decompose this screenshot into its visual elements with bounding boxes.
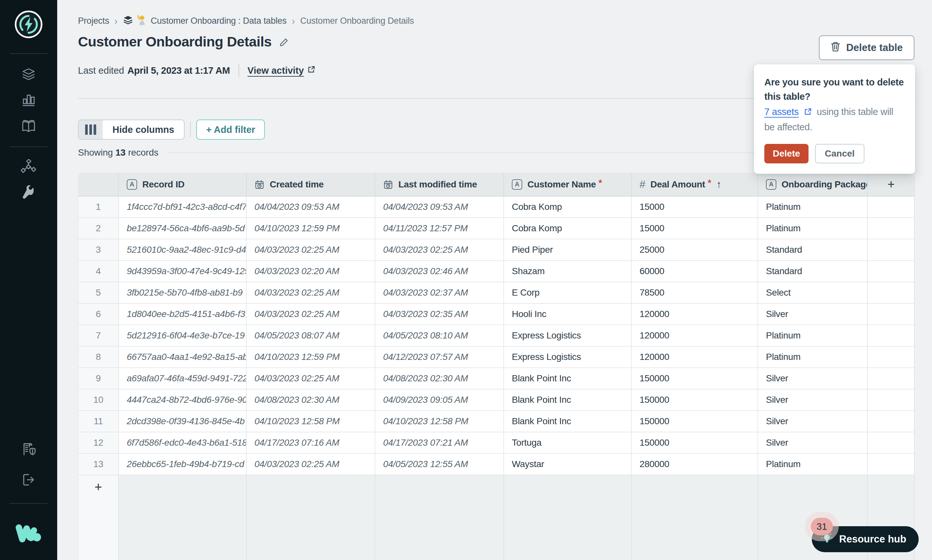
cell-modified[interactable]: 04/09/2023 09:05 AM	[375, 389, 504, 410]
sidebar-item-analytics[interactable]	[15, 91, 42, 111]
cell-amount[interactable]: 15000	[632, 218, 758, 239]
add-column-button[interactable]: +	[868, 173, 915, 196]
cell-customer[interactable]: Express Logistics	[504, 346, 632, 368]
cell-customer[interactable]: Pied Piper	[504, 239, 632, 260]
column-header-modified[interactable]: Last modified time	[375, 173, 504, 196]
cell-customer[interactable]: Shazam	[504, 261, 632, 282]
cell-customer[interactable]: Blank Point Inc	[504, 411, 632, 432]
cell-record_id[interactable]: a69afa07-46fa-459d-9491-722	[119, 368, 246, 389]
cell-amount[interactable]: 150000	[632, 411, 758, 432]
column-header-created[interactable]: Created time	[246, 173, 375, 196]
cell-modified[interactable]: 04/03/2023 02:37 AM	[375, 282, 504, 303]
assets-link[interactable]: 7 assets	[764, 106, 799, 117]
confirm-delete-button[interactable]: Delete	[764, 144, 809, 163]
sidebar-item-organization[interactable]	[15, 440, 42, 459]
cell-modified[interactable]: 04/17/2023 07:21 AM	[375, 432, 504, 453]
cell-record_id[interactable]: 66757aa0-4aa1-4e92-8a15-ab	[119, 346, 246, 368]
cell-created[interactable]: 04/10/2023 12:59 PM	[246, 218, 375, 239]
cell-amount[interactable]: 120000	[632, 304, 758, 325]
cell-amount[interactable]: 150000	[632, 389, 758, 410]
sidebar-item-settings-wrench[interactable]	[15, 183, 42, 202]
cell-record_id[interactable]: 5d212916-6f04-4e3e-b7ce-19	[119, 325, 246, 346]
column-header-record_id[interactable]: ARecord ID	[119, 173, 246, 196]
cell-record_id[interactable]: 1f4ccc7d-bf91-42c3-a8cd-c4f7	[119, 197, 246, 217]
cell-package[interactable]: Silver	[758, 304, 868, 325]
cell-record_id[interactable]: 3fb0215e-5b70-4fb8-ab81-b9	[119, 282, 246, 303]
delete-table-button[interactable]: Delete table	[819, 35, 915, 60]
breadcrumb-project[interactable]: Customer Onboarding : Data tables	[123, 14, 287, 28]
cell-record_id[interactable]: 1d8040ee-b2d5-4151-a4b6-f3	[119, 304, 246, 325]
sidebar-item-logout[interactable]	[15, 470, 42, 490]
cell-package[interactable]: Platinum	[758, 325, 868, 346]
cell-created[interactable]: 04/10/2023 12:58 PM	[246, 411, 375, 432]
cell-amount[interactable]: 25000	[632, 239, 758, 260]
cell-customer[interactable]: E Corp	[504, 282, 632, 303]
app-logo-lightning-icon[interactable]	[14, 10, 43, 40]
cell-created[interactable]: 04/03/2023 02:25 AM	[246, 368, 375, 389]
cell-customer[interactable]: Blank Point Inc	[504, 389, 632, 410]
cell-package[interactable]: Silver	[758, 389, 868, 410]
column-header-amount[interactable]: #Deal Amount*↑	[632, 173, 758, 196]
cell-package[interactable]: Platinum	[758, 197, 868, 217]
cell-record_id[interactable]: 4447ca24-8b72-4bd6-976e-90	[119, 389, 246, 410]
cell-package[interactable]: Platinum	[758, 218, 868, 239]
sidebar-item-data-tables[interactable]	[15, 65, 42, 85]
cell-created[interactable]: 04/03/2023 02:25 AM	[246, 454, 375, 475]
cell-amount[interactable]: 60000	[632, 261, 758, 282]
cell-customer[interactable]: Cobra Komp	[504, 218, 632, 239]
add-filter-button[interactable]: + Add filter	[196, 120, 265, 140]
cell-customer[interactable]: Blank Point Inc	[504, 368, 632, 389]
sort-ascending-icon[interactable]: ↑	[716, 178, 721, 190]
cell-customer[interactable]: Tortuga	[504, 432, 632, 453]
hide-columns-button[interactable]: Hide columns	[78, 120, 185, 140]
column-header-customer[interactable]: ACustomer Name*	[504, 173, 632, 196]
cell-customer[interactable]: Express Logistics	[504, 325, 632, 346]
cell-amount[interactable]: 150000	[632, 368, 758, 389]
add-row-button[interactable]: +	[78, 475, 119, 560]
cell-modified[interactable]: 04/08/2023 02:30 AM	[375, 368, 504, 389]
cell-package[interactable]: Silver	[758, 432, 868, 453]
cell-modified[interactable]: 04/03/2023 02:25 AM	[375, 239, 504, 260]
edit-title-button[interactable]	[279, 35, 288, 48]
cell-amount[interactable]: 120000	[632, 325, 758, 346]
cell-modified[interactable]: 04/11/2023 12:57 PM	[375, 218, 504, 239]
cancel-delete-button[interactable]: Cancel	[815, 144, 864, 163]
cell-package[interactable]: Platinum	[758, 454, 868, 475]
cell-amount[interactable]: 78500	[632, 282, 758, 303]
cell-customer[interactable]: Waystar	[504, 454, 632, 475]
cell-modified[interactable]: 04/05/2023 12:55 AM	[375, 454, 504, 475]
cell-created[interactable]: 04/04/2023 09:53 AM	[246, 197, 375, 217]
cell-created[interactable]: 04/08/2023 02:30 AM	[246, 389, 375, 410]
cell-modified[interactable]: 04/04/2023 09:53 AM	[375, 197, 504, 217]
cell-modified[interactable]: 04/12/2023 07:57 AM	[375, 346, 504, 368]
cell-package[interactable]: Silver	[758, 368, 868, 389]
cell-package[interactable]: Select	[758, 282, 868, 303]
cell-amount[interactable]: 120000	[632, 346, 758, 368]
cell-modified[interactable]: 04/03/2023 02:46 AM	[375, 261, 504, 282]
column-header-package[interactable]: AOnboarding Package*	[758, 173, 868, 196]
cell-record_id[interactable]: 26ebbc65-1feb-49b4-b719-cd	[119, 454, 246, 475]
cell-created[interactable]: 04/03/2023 02:25 AM	[246, 304, 375, 325]
cell-package[interactable]: Platinum	[758, 346, 868, 368]
cell-modified[interactable]: 04/03/2023 02:35 AM	[375, 304, 504, 325]
cell-created[interactable]: 04/17/2023 07:16 AM	[246, 432, 375, 453]
cell-package[interactable]: Standard	[758, 239, 868, 260]
cell-modified[interactable]: 04/10/2023 12:58 PM	[375, 411, 504, 432]
cell-modified[interactable]: 04/05/2023 08:10 AM	[375, 325, 504, 346]
cell-record_id[interactable]: 5216010c-9aa2-48ec-91c9-d46	[119, 239, 246, 260]
cell-amount[interactable]: 150000	[632, 432, 758, 453]
cell-amount[interactable]: 280000	[632, 454, 758, 475]
cell-created[interactable]: 04/03/2023 02:20 AM	[246, 261, 375, 282]
cell-created[interactable]: 04/03/2023 02:25 AM	[246, 239, 375, 260]
cell-created[interactable]: 04/05/2023 08:07 AM	[246, 325, 375, 346]
cell-customer[interactable]: Cobra Komp	[504, 197, 632, 217]
sidebar-item-library[interactable]	[15, 117, 42, 137]
cell-customer[interactable]: Hooli Inc	[504, 304, 632, 325]
breadcrumb-projects[interactable]: Projects	[78, 16, 109, 26]
cell-created[interactable]: 04/03/2023 02:25 AM	[246, 282, 375, 303]
cell-amount[interactable]: 15000	[632, 197, 758, 217]
notification-count-badge[interactable]: 31	[811, 518, 833, 535]
sidebar-item-connections[interactable]	[15, 157, 42, 177]
cell-created[interactable]: 04/10/2023 12:59 PM	[246, 346, 375, 368]
view-activity-link[interactable]: View activity	[248, 65, 316, 76]
